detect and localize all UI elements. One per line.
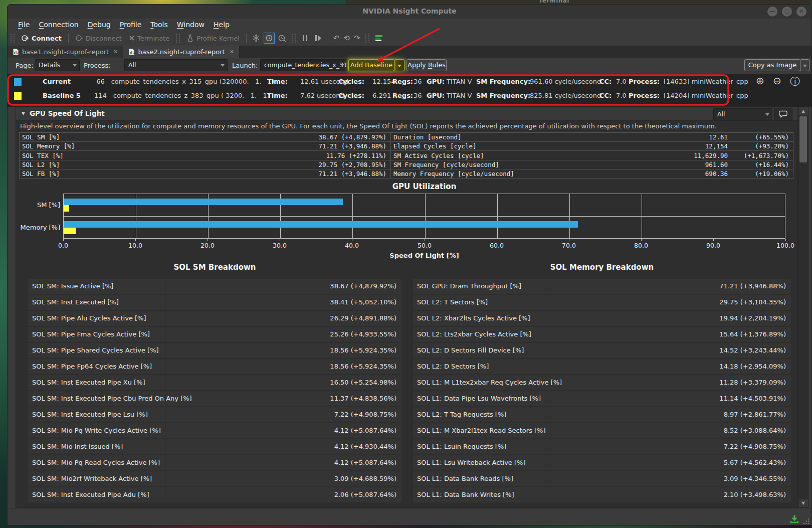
add-baseline-button[interactable]: Add Baseline (348, 59, 394, 71)
tab-close-icon[interactable]: ✕ (230, 49, 234, 55)
metric-row: SM Frequency [cycle/usecond]961.60(+16.4… (391, 160, 793, 169)
step-forward-icon[interactable]: ↷ (354, 34, 360, 43)
titlebar[interactable]: NVIDIA Nsight Compute — ▢ ✕ (8, 5, 811, 19)
metric-delta: (+1,673.70%) (728, 152, 793, 159)
metric-value: 71.21 (+3,946.88%) (319, 170, 390, 178)
add-baseline-dropdown-button[interactable] (394, 59, 404, 71)
step-back-icon[interactable]: ↶ (333, 34, 340, 43)
process-dropdown[interactable]: All (124, 59, 228, 71)
metric-value: 961.60 (561, 161, 728, 168)
x-tick-label: 30.0 (262, 242, 297, 249)
metric-value: 16.50 (+5,254.98%) (330, 375, 396, 390)
close-button[interactable]: ✕ (796, 7, 806, 17)
cycles-value: 12,154 (372, 78, 395, 85)
copy-as-image-button[interactable]: Copy as Image (744, 59, 800, 71)
toolbar-drag-handle[interactable] (176, 34, 180, 43)
disconnect-button[interactable]: Disconnect (72, 34, 125, 42)
terminate-button[interactable]: Terminate (125, 35, 173, 42)
chart-plot-area (63, 194, 785, 239)
menu-profile[interactable]: Profile (115, 20, 146, 29)
tick-mark (352, 239, 352, 241)
table-row: SOL L1: Data Bank Writes [%]2.10 (+3,498… (413, 487, 791, 502)
profile-kernel-series-icon[interactable] (264, 33, 275, 44)
toolbar-drag-handle[interactable] (365, 34, 369, 43)
table-row: SOL L2: D Sectors [%]14.18 (+2,954.09%) (413, 359, 791, 374)
page-label: Page: (16, 62, 34, 69)
download-icon[interactable] (789, 514, 799, 523)
scroll-down-icon[interactable]: ▼ (798, 499, 808, 507)
gpu-label: GPU: (427, 78, 445, 85)
resume-icon[interactable]: ⟲ (343, 34, 350, 43)
terminate-icon (129, 35, 135, 41)
metric-row: SOL L2 [%]29.75 (+2,708.95%) (20, 160, 390, 169)
x-tick-label: 50.0 (407, 242, 442, 249)
table-row: SOL SM: Inst Executed Pipe Cbu Pred On A… (28, 391, 401, 406)
collapse-caret-icon[interactable]: ▼ (22, 111, 25, 116)
bar-baseline-0 (64, 205, 69, 212)
freeze-api-icon[interactable] (251, 33, 262, 44)
tab-close-icon[interactable]: ✕ (113, 49, 118, 55)
resize-grip[interactable] (802, 517, 810, 525)
metric-label: SOL SM: Inst Executed Pipe Cbu Pred On A… (32, 391, 192, 406)
menu-file[interactable]: File (14, 20, 34, 29)
metric-label: SOL FB [%] (20, 170, 319, 178)
tab-base2.nsight-cuprof-report[interactable]: base2.nsight-cuprof-report✕ (123, 46, 239, 58)
api-log-icon[interactable] (373, 33, 384, 44)
metric-value: 25.26 (+4,933.55%) (330, 327, 396, 342)
profile-kernel-button[interactable]: Profile Kernel (183, 34, 243, 42)
section-filter-dropdown[interactable]: All (713, 108, 772, 120)
metric-value: 14.18 (+2,954.09%) (719, 359, 786, 374)
maximize-button[interactable]: ▢ (782, 7, 792, 17)
chevron-down-icon (803, 65, 807, 67)
regs-label: Regs: (392, 92, 413, 99)
table-row: SOL L2: Xbar2lts Cycles Active [%]19.94 … (413, 311, 791, 326)
connect-button[interactable]: Connect (18, 34, 65, 42)
background-window-title: Terminal (539, 0, 569, 4)
apply-rules-button[interactable]: Apply Rules (407, 59, 447, 71)
gpu-value: TITAN V (447, 78, 472, 85)
flask-icon (186, 34, 194, 42)
x-tick-label: 90.0 (696, 242, 731, 249)
metric-value: 3.09 (+4,688.59%) (334, 471, 396, 486)
menu-connection[interactable]: Connection (34, 20, 83, 29)
section-header-gpu-speed-of-light[interactable]: ▼ GPU Speed Of Light All (16, 107, 797, 121)
comment-button[interactable] (774, 108, 792, 120)
menu-help[interactable]: Help (209, 20, 234, 29)
vertical-scrollbar[interactable]: ▲ ▼ (798, 107, 808, 508)
menu-window[interactable]: Window (172, 20, 209, 29)
cycles-label: Cycles: (338, 78, 364, 85)
category-label: SM [%] (17, 201, 60, 209)
metric-label: SOL L1: Data Bank Reads [%] (417, 471, 513, 486)
chevron-down-icon (340, 64, 344, 67)
table-row: SOL L2: D Sectors Fill Device [%]14.52 (… (413, 343, 791, 358)
x-axis-label: Speed Of Light [%] (63, 252, 785, 259)
metric-label: SOL SM: Mio Pq Write Cycles Active [%] (32, 423, 161, 438)
metric-label: SOL L1: Lsu Writeback Active [%] (417, 455, 525, 470)
menubar: FileConnectionDebugProfileToolsWindowHel… (8, 19, 811, 31)
bar-baseline-1 (64, 228, 76, 234)
tab-base1.nsight-cuprof-report[interactable]: base1.nsight-cuprof-report✕ (8, 46, 123, 58)
scrollbar-thumb[interactable] (799, 116, 807, 162)
pause-icon[interactable] (300, 33, 311, 44)
page-dropdown[interactable]: Details (35, 59, 80, 71)
metric-value: 11.76 (+278.11%) (326, 152, 390, 159)
launch-dropdown[interactable]: compute_tendencies_x_315_gpu (260, 59, 347, 71)
disconnect-icon (75, 34, 83, 42)
copy-as-image-dropdown-button[interactable] (800, 59, 809, 71)
profile-kernel-next-icon[interactable] (277, 33, 288, 44)
process-value: [14204] miniWeather_cpp (664, 92, 748, 99)
sm-breakdown-title: SOL SM Breakdown (28, 263, 401, 272)
scroll-up-icon[interactable]: ▲ (798, 107, 808, 115)
bar-current-1 (64, 221, 578, 228)
toolbar-drag-handle[interactable] (292, 34, 296, 43)
tick-mark (497, 239, 497, 241)
minimize-button[interactable]: — (767, 7, 777, 17)
tick-mark (713, 239, 714, 241)
menu-debug[interactable]: Debug (83, 20, 115, 29)
metric-value: 71.21 (+3,946.88%) (719, 279, 786, 294)
step-icon[interactable] (313, 33, 324, 44)
menu-tools[interactable]: Tools (146, 20, 172, 29)
process-label: Process: (629, 78, 660, 85)
metric-row: Elapsed Cycles [cycle]12,154(+93.20%) (391, 141, 793, 150)
toolbar-drag-handle[interactable] (11, 34, 15, 43)
